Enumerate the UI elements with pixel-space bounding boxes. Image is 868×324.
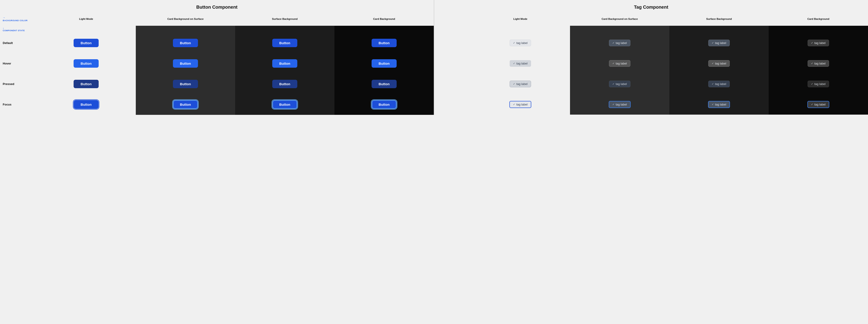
tag-label: tag label [814, 41, 826, 45]
tag-default-dark2-item[interactable]: ✓ tag label [708, 40, 730, 46]
check-icon: ✓ [811, 103, 813, 106]
tag-hover-dark2-item[interactable]: ✓ tag label [708, 60, 730, 67]
button-hover-light[interactable]: Button [73, 59, 99, 68]
tag-label: tag label [814, 62, 826, 65]
tag-hover-dark3: ✓ tag label [769, 53, 868, 73]
tag-focus-dark2-item[interactable]: ✓ tag label [708, 101, 730, 108]
check-icon: ✓ [612, 41, 614, 45]
button-focus-light[interactable]: Button [73, 100, 99, 109]
tag-label: tag label [516, 41, 527, 45]
btn-hover-dark1: Button [136, 53, 235, 74]
button-default-dark1[interactable]: Button [173, 39, 198, 47]
button-default-dark3[interactable]: Button [372, 39, 397, 47]
arrow-down-icon: ↓ [3, 27, 4, 29]
btn-default-light: Button [36, 33, 136, 53]
tag-label: tag label [814, 103, 826, 106]
tag-default-dark1-item[interactable]: ✓ tag label [609, 40, 630, 46]
tag-focus-light-item[interactable]: ✓ tag label [509, 101, 531, 108]
button-pressed-dark2[interactable]: Button [272, 80, 297, 88]
tag-pressed-dark3-item[interactable]: ✓ tag label [808, 81, 829, 87]
button-pressed-dark1[interactable]: Button [173, 80, 198, 88]
tag-label: tag label [814, 82, 826, 86]
arrow-right-icon: → [3, 16, 5, 19]
tag-pressed-dark1-item[interactable]: ✓ tag label [609, 81, 630, 87]
tag-pressed-dark2-item[interactable]: ✓ tag label [708, 81, 730, 87]
tag-default-dark3-item[interactable]: ✓ tag label [808, 40, 829, 46]
button-focus-dark1[interactable]: Button [173, 100, 198, 109]
tag-focus-dark3-item[interactable]: ✓ tag label [807, 101, 829, 108]
tag-pressed-light-item[interactable]: ✓ tag label [509, 81, 531, 87]
check-icon: ✓ [612, 103, 614, 106]
btn-hover-dark3: Button [335, 53, 434, 74]
check-icon: ✓ [712, 41, 714, 45]
btn-pressed-dark2: Button [235, 74, 335, 94]
tag-header-col1: Light Mode [471, 12, 570, 26]
tag-hover-light-item[interactable]: ✓ tag label [509, 60, 531, 67]
check-icon: ✓ [513, 41, 515, 45]
tag-default-dark1: ✓ tag label [570, 33, 669, 53]
button-pressed-dark3[interactable]: Button [372, 80, 397, 88]
btn-header-col1: Light Mode [36, 12, 136, 26]
check-icon: ✓ [612, 83, 614, 85]
tag-focus-dark1-item[interactable]: ✓ tag label [609, 101, 630, 108]
tag-label: tag label [516, 82, 527, 86]
button-default-dark2[interactable]: Button [272, 39, 297, 47]
btn-header-col4: Card Background [335, 12, 434, 26]
tag-label: tag label [516, 103, 527, 106]
tag-section-title: Tag Component [434, 0, 868, 12]
main-layout: Button Component → BACKGROUND COLOR Ligh… [0, 0, 868, 115]
component-state-header: ↓ COMPONENT STATE [0, 26, 36, 33]
tag-default-light: ✓ tag label [471, 33, 570, 53]
check-icon: ✓ [712, 83, 714, 85]
tag-hover-dark1-item[interactable]: ✓ tag label [609, 60, 630, 67]
button-focus-dark2[interactable]: Button [272, 100, 297, 109]
tag-label: tag label [616, 41, 627, 45]
btn-focus-dark1: Button [136, 94, 235, 115]
check-icon: ✓ [712, 103, 714, 106]
button-focus-dark3[interactable]: Button [372, 100, 397, 109]
tag-label: tag label [616, 103, 627, 106]
button-hover-dark1[interactable]: Button [173, 59, 198, 68]
tag-subheader-spacer0 [434, 26, 471, 33]
tag-pressed-dark1: ✓ tag label [570, 73, 669, 94]
tag-subheader-spacer3 [669, 26, 769, 33]
tag-default-dark2: ✓ tag label [669, 33, 769, 53]
tag-hover-dark3-item[interactable]: ✓ tag label [808, 60, 829, 67]
btn-state-default: Default [0, 33, 36, 53]
tag-pressed-dark2: ✓ tag label [669, 73, 769, 94]
btn-pressed-dark3: Button [335, 74, 434, 94]
subheader-spacer3 [235, 26, 335, 33]
tag-header-col4: Card Background [769, 12, 868, 26]
tag-focus-light: ✓ tag label [471, 94, 570, 115]
tag-label: tag label [516, 62, 527, 65]
button-default-light[interactable]: Button [73, 39, 99, 47]
bg-color-header: → BACKGROUND COLOR [0, 12, 36, 26]
subheader-spacer1 [36, 26, 136, 33]
button-pressed-light[interactable]: Button [73, 80, 99, 88]
btn-default-dark3: Button [335, 33, 434, 53]
check-icon: ✓ [513, 103, 515, 106]
tag-label: tag label [715, 41, 726, 45]
tag-label: tag label [715, 103, 726, 106]
tag-subheader-spacer1 [471, 26, 570, 33]
btn-state-focus: Focus [0, 94, 36, 115]
btn-default-dark1: Button [136, 33, 235, 53]
tag-hover-dark1: ✓ tag label [570, 53, 669, 73]
button-hover-dark2[interactable]: Button [272, 59, 297, 68]
tag-pressed-dark3: ✓ tag label [769, 73, 868, 94]
btn-focus-light: Button [36, 94, 136, 115]
tag-focus-dark1: ✓ tag label [570, 94, 669, 115]
btn-focus-dark3: Button [335, 94, 434, 115]
tag-default-dark3: ✓ tag label [769, 33, 868, 53]
tag-default-light-item[interactable]: ✓ tag label [509, 40, 531, 46]
button-hover-dark3[interactable]: Button [372, 59, 397, 68]
tag-subheader-spacer2 [570, 26, 669, 33]
tag-focus-dark2: ✓ tag label [669, 94, 769, 115]
btn-focus-dark2: Button [235, 94, 335, 115]
tag-hover-light: ✓ tag label [471, 53, 570, 73]
tag-subheader-spacer4 [769, 26, 868, 33]
tag-section: Tag Component Light Mode Card Background… [434, 0, 868, 115]
tag-label: tag label [715, 82, 726, 86]
btn-state-pressed: Pressed [0, 74, 36, 94]
check-icon: ✓ [612, 62, 614, 65]
